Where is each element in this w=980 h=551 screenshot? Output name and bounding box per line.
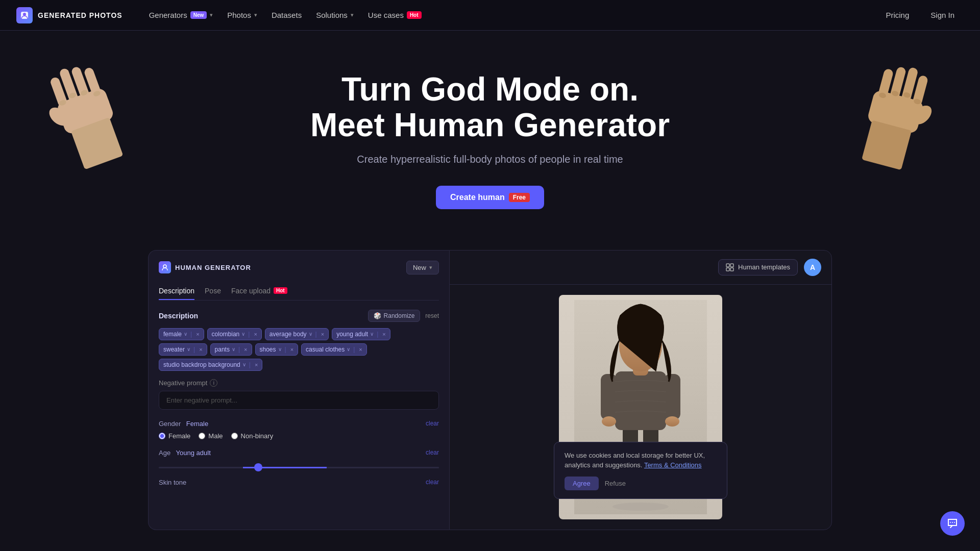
generators-chevron-icon: ▾ [210,12,213,18]
tag-colombian-chevron[interactable]: ∨ [241,331,245,337]
desc-header: Description 🎲 Randomize reset [159,310,439,322]
tag-female: female ∨ | × [159,328,204,340]
tab-face-upload[interactable]: Face upload Hot [231,283,287,300]
nav-photos-label: Photos [227,11,251,19]
tag-average-body: average body ∨ | × [265,328,329,340]
nav-solutions-label: Solutions [316,11,348,19]
nav-right: Pricing Sign In [886,7,964,23]
svg-rect-37 [601,374,617,420]
skin-tone-header: Skin tone clear [159,479,439,486]
tag-casual-remove[interactable]: × [359,346,362,353]
tag-shoes-chevron[interactable]: ∨ [278,346,282,352]
tag-body-remove[interactable]: × [321,331,324,337]
tag-shoes-remove[interactable]: × [290,346,293,353]
desc-actions: 🎲 Randomize reset [368,310,439,322]
tag-young-adult: young adult ∨ | × [332,328,390,340]
gender-clear[interactable]: clear [426,420,439,427]
tab-description[interactable]: Description [159,283,194,300]
tag-female-chevron[interactable]: ∨ [184,331,187,337]
tag-age-remove[interactable]: × [382,331,385,337]
cta-free-badge: Free [509,193,530,202]
tag-casual-chevron[interactable]: ∨ [347,346,350,352]
nav-item-solutions[interactable]: Solutions ▾ [310,8,360,22]
cookie-agree-button[interactable]: Agree [565,477,599,490]
gender-radio-group: Female Male Non-binary [159,432,439,440]
tag-age-chevron[interactable]: ∨ [370,331,374,337]
nav-item-photos[interactable]: Photos ▾ [221,8,263,22]
user-avatar: A [804,259,821,276]
skin-tone-clear[interactable]: clear [426,479,439,486]
skin-tone-section: Skin tone clear [159,479,439,486]
logo-text: GENERATED PHOTOS [38,11,122,19]
logo[interactable]: GENERATED PHOTOS [16,7,122,23]
svg-rect-50 [954,522,955,523]
randomize-label: Randomize [384,312,415,319]
nav-item-generators[interactable]: Generators New ▾ [143,8,219,22]
reset-button[interactable]: reset [425,312,439,319]
new-label: New [413,264,426,271]
new-chevron-icon: ▾ [429,264,432,271]
svg-point-1 [23,13,26,16]
age-label: Age [159,449,170,457]
gender-female-option[interactable]: Female [159,432,190,440]
signin-link[interactable]: Sign In [921,7,964,23]
main-content: HUMAN GENERATOR New ▾ Description Pose F… [0,240,980,550]
age-clear[interactable]: clear [426,449,439,456]
neg-info-icon[interactable]: i [210,379,217,387]
randomize-button[interactable]: 🎲 Randomize [368,310,421,322]
age-section: Age Young adult clear [159,448,439,470]
gen-tabs: Description Pose Face upload Hot [159,283,439,300]
terms-conditions-link[interactable]: Terms & Conditions [644,461,702,469]
navbar: GENERATED PHOTOS Generators New ▾ Photos… [0,0,980,31]
nav-item-datasets[interactable]: Datasets [265,8,308,22]
tag-studio-backdrop: studio backdrop background ∨ | × [159,359,262,371]
cookie-refuse-button[interactable]: Refuse [605,477,626,490]
tag-casual-clothes: casual clothes ∨ | × [301,343,367,356]
pricing-link[interactable]: Pricing [886,11,909,19]
svg-point-40 [665,416,679,427]
tag-sweater-remove[interactable]: × [199,346,202,353]
svg-point-39 [602,416,616,427]
support-chat-button[interactable] [940,511,965,536]
gen-header-left: HUMAN GENERATOR [159,261,251,273]
negative-prompt-section: Negative prompt i [159,379,439,410]
new-button[interactable]: New ▾ [406,261,439,274]
cookie-text: We use cookies and local storage for bet… [565,450,717,470]
neg-prompt-label: Negative prompt i [159,379,439,387]
tag-pants-remove[interactable]: × [244,346,247,353]
gender-nonbinary-option[interactable]: Non-binary [231,432,274,440]
tag-backdrop-chevron[interactable]: ∨ [242,362,246,367]
create-human-button[interactable]: Create human Free [436,186,544,209]
tag-backdrop-remove[interactable]: × [255,362,258,368]
tag-female-remove[interactable]: × [196,331,199,337]
gen-header: HUMAN GENERATOR New ▾ [159,261,439,274]
negative-prompt-input[interactable] [159,391,439,410]
svg-rect-48 [950,522,951,523]
tag-pants-chevron[interactable]: ∨ [232,346,235,352]
tab-pose[interactable]: Pose [205,283,221,300]
image-panel: Human templates A [449,250,832,530]
svg-rect-49 [952,522,953,523]
gen-icon [159,261,171,273]
tag-shoes: shoes ∨ | × [255,343,299,356]
age-header: Age Young adult clear [159,448,439,457]
tag-colombian-remove[interactable]: × [254,331,257,337]
svg-rect-26 [726,264,729,267]
age-value: Young adult [176,449,211,457]
nav-usecases-label: Use cases [368,11,404,19]
age-slider[interactable] [159,467,439,468]
skin-tone-label: Skin tone [159,479,186,486]
tag-sweater-chevron[interactable]: ∨ [187,346,190,352]
tag-body-chevron[interactable]: ∨ [309,331,312,337]
svg-point-31 [612,503,669,511]
cookie-actions: Agree Refuse [565,477,717,490]
human-templates-button[interactable]: Human templates [718,259,798,276]
templates-label: Human templates [738,263,790,271]
generator-panel: HUMAN GENERATOR New ▾ Description Pose F… [148,250,449,530]
dice-icon: 🎲 [374,312,381,319]
tag-pants: pants ∨ | × [210,343,252,356]
gender-male-option[interactable]: Male [199,432,223,440]
face-upload-hot-badge: Hot [274,287,287,294]
hero-subtitle: Create hyperrealistic full-body photos o… [0,154,980,165]
nav-item-usecases[interactable]: Use cases Hot [362,8,428,22]
